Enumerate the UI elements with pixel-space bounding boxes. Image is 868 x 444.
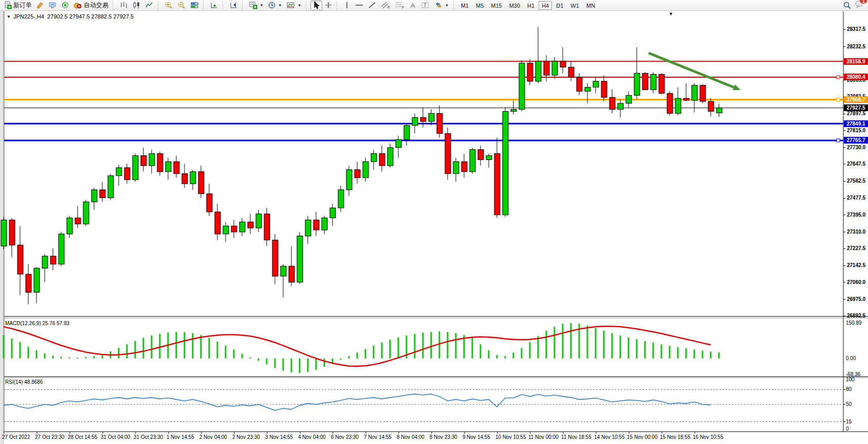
price-axis-label: 27562.5 — [847, 178, 865, 184]
candle — [223, 226, 229, 234]
date-axis-label: 31 Oct 23:30 — [134, 434, 163, 440]
date-axis-label: 7 Nov 14:55 — [364, 434, 392, 440]
horizontal-level-lines[interactable] — [4, 61, 843, 142]
candle — [182, 174, 188, 184]
candle — [535, 61, 541, 81]
candle — [610, 97, 615, 109]
candle — [34, 268, 40, 292]
date-axis-label: 1 Nov 14:55 — [167, 434, 194, 440]
candle — [124, 168, 130, 180]
candle — [593, 81, 599, 87]
candle — [165, 162, 171, 172]
candle — [511, 110, 516, 112]
candle — [692, 85, 697, 100]
candle — [544, 61, 549, 75]
price-axis-ticks — [843, 29, 845, 316]
candle — [108, 176, 114, 198]
line-handle[interactable] — [837, 98, 840, 101]
candle — [461, 162, 467, 172]
candle — [651, 74, 656, 90]
collapse-arrow-icon[interactable]: ▼ — [7, 14, 11, 19]
price-axis-label: 27647.5 — [847, 161, 865, 167]
candle — [618, 103, 623, 110]
line-handle[interactable] — [837, 76, 840, 79]
candle — [50, 256, 56, 264]
candle — [42, 256, 48, 268]
candle — [198, 172, 204, 194]
price-axis-label: 27395.0 — [847, 212, 865, 218]
candle — [149, 154, 155, 166]
candle — [141, 156, 146, 166]
candle — [322, 218, 327, 230]
candle — [239, 222, 245, 232]
candle — [17, 245, 23, 274]
date-axis-label: 4 Nov 04:00 — [298, 434, 326, 440]
chart-title: ▼JPN225-,H4 27902.5 27947.5 27882.5 2792… — [7, 13, 134, 20]
candle — [684, 98, 689, 100]
macd-indicator-label: MACD(12,26,9) 25.76 57.93 — [5, 321, 69, 326]
candle — [281, 266, 286, 276]
candle — [396, 139, 401, 148]
candle — [577, 77, 582, 91]
price-axis-label: 27730.0 — [847, 145, 865, 150]
price-axis-label: 27227.5 — [847, 245, 865, 251]
candle — [289, 266, 294, 282]
date-axis-label: 15 Nov 00:00 — [627, 434, 658, 440]
date-axis-label: 11 Nov 18:55 — [561, 434, 592, 440]
candle — [585, 87, 590, 92]
candle — [429, 113, 434, 121]
macd-signal-line — [4, 326, 711, 366]
candle — [527, 63, 533, 81]
candle — [75, 218, 81, 224]
candles-layer — [1, 27, 722, 305]
candle — [437, 113, 442, 133]
price-axis-label: 28317.5 — [847, 26, 865, 32]
candle — [9, 220, 15, 245]
candle — [116, 168, 122, 176]
chart-symbol-period: JPN225-,H4 — [13, 13, 44, 20]
price-axis-label: 27060.0 — [847, 279, 865, 285]
candle — [642, 73, 648, 90]
date-axis-label: 16 Nov 10:55 — [693, 434, 724, 440]
candle — [519, 63, 525, 110]
line-handle[interactable] — [837, 139, 840, 142]
price-line-badge: 28158.9 — [844, 58, 868, 65]
macd-axis-label: 150.89 — [846, 320, 862, 326]
candle — [560, 61, 566, 67]
price-line-badge: 27968.7 — [844, 96, 868, 103]
price-line-badge: 27765.7 — [844, 137, 868, 144]
candle — [1, 220, 7, 246]
candle — [346, 170, 352, 190]
rsi-line — [4, 394, 711, 411]
candle — [313, 220, 319, 230]
rsi-axis-label: 0 — [846, 426, 849, 432]
candle — [379, 154, 385, 166]
candle — [716, 108, 722, 113]
date-axis-label: 8 Nov 23:30 — [430, 434, 457, 440]
candle — [387, 148, 393, 166]
candle — [667, 93, 673, 113]
scroll-marker-icon[interactable]: ▼ — [669, 11, 673, 16]
candle — [215, 212, 220, 234]
price-axis-label: 28232.5 — [847, 44, 865, 49]
chart-canvas[interactable] — [0, 0, 868, 444]
macd-axis-label: 0.00 — [846, 356, 856, 361]
candle — [83, 202, 89, 224]
rsi-axis-label: 15 — [846, 419, 852, 424]
date-axis-label: 28 Oct 14:55 — [68, 434, 97, 440]
candle — [503, 112, 508, 215]
candle — [330, 208, 336, 218]
candle — [700, 85, 706, 101]
candle — [338, 190, 344, 208]
candle — [659, 74, 664, 93]
candle — [675, 98, 681, 113]
candle — [445, 134, 451, 174]
date-axis-label: 31 Oct 04:00 — [101, 434, 130, 440]
rsi-axis-label: 100 — [846, 377, 855, 382]
candle — [470, 150, 475, 172]
candle — [297, 236, 303, 282]
candle — [552, 61, 558, 75]
date-axis-label: 11 Nov 00:00 — [528, 434, 559, 440]
candle — [91, 190, 97, 202]
candle — [133, 156, 138, 180]
